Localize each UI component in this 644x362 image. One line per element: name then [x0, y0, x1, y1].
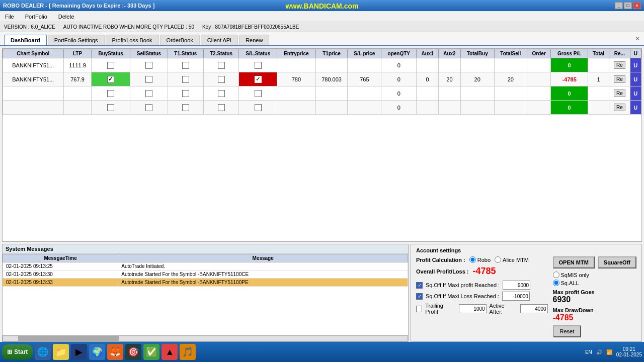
- table-row: BANKNIFTY51... 767.9 ✓ ✓ 780 780.003 765…: [3, 72, 641, 86]
- cell-checkbox: [130, 86, 168, 101]
- menu-file[interactable]: File: [2, 13, 17, 21]
- radio-sqmis-input[interactable]: [553, 272, 559, 278]
- open-mtm-button[interactable]: OPEN MTM: [553, 256, 595, 268]
- scrollbar-thumb[interactable]: [18, 336, 119, 341]
- menu-delete[interactable]: Delete: [55, 13, 77, 21]
- profit-calc-label: Profit Calculation :: [416, 257, 465, 263]
- checkbox[interactable]: [182, 90, 189, 97]
- cell-aux1: [417, 86, 439, 101]
- taskbar-firefox-icon[interactable]: 🦊: [107, 344, 123, 360]
- system-messages-scroll[interactable]: MessgaeTime Message 02-01-2025 09:13:25 …: [3, 254, 408, 335]
- tab-orderbook[interactable]: OrderBook: [160, 35, 200, 45]
- cell-u: U: [630, 58, 641, 72]
- cell-total-sell: 20: [494, 72, 527, 86]
- tab-close-button[interactable]: ✕: [635, 35, 640, 42]
- taskbar-app2-icon[interactable]: ✅: [143, 344, 159, 360]
- re-button[interactable]: Re: [614, 61, 625, 69]
- taskbar-chrome-icon[interactable]: 🌍: [89, 344, 105, 360]
- sl-checkbox[interactable]: [255, 62, 262, 69]
- cell-total-sell: [494, 58, 527, 72]
- restore-button[interactable]: □: [624, 2, 632, 9]
- tab-client-api[interactable]: Client API: [201, 35, 238, 45]
- taskbar: ⊞ Start 🌐 📁 ▶ 🌍 🦊 🎯 ✅ ▲ 🎵 EN 🔊 📶 09:21 0…: [0, 342, 644, 362]
- message-row: 02-01-2025 09:13:25 AutoTrade Initiated.: [3, 262, 408, 270]
- sl-checkbox[interactable]: [255, 90, 262, 97]
- sq-off-max-loss-input[interactable]: [502, 292, 530, 301]
- radio-sqall-input[interactable]: [553, 280, 559, 286]
- taskbar-folder-icon[interactable]: 📁: [53, 344, 69, 360]
- sq-off-max-loss-label: Sq.Off If Maxi Loss Reached :: [426, 293, 499, 299]
- menu-portfolio[interactable]: PortFolio: [22, 13, 50, 21]
- sq-off-max-profit-input[interactable]: [503, 281, 530, 290]
- active-after-input[interactable]: [520, 304, 548, 313]
- checkbox[interactable]: [218, 104, 225, 111]
- checkbox[interactable]: [218, 90, 225, 97]
- sl-checkbox[interactable]: [255, 104, 262, 111]
- tab-portfolio-settings[interactable]: PortFolio Settings: [48, 35, 105, 45]
- cell-sl-price: [348, 58, 381, 72]
- col-ltp: LTP: [63, 49, 92, 58]
- close-button[interactable]: ×: [633, 2, 641, 9]
- tab-dashboard[interactable]: DashBoard: [4, 35, 47, 45]
- radio-sqmis-only[interactable]: SqMIS only: [553, 272, 589, 278]
- radio-robo-input[interactable]: [469, 256, 476, 263]
- cell-open-qty: 0: [381, 86, 417, 101]
- checkbox[interactable]: [182, 76, 189, 83]
- horizontal-scrollbar[interactable]: [3, 335, 408, 341]
- checkbox[interactable]: [145, 62, 152, 69]
- cell-entry-price: [277, 86, 316, 101]
- start-button[interactable]: ⊞ Start: [2, 344, 33, 359]
- checkbox[interactable]: [107, 104, 114, 111]
- taskbar-app3-icon[interactable]: ▲: [162, 344, 178, 360]
- max-drawdown-value: -4785: [553, 313, 594, 322]
- cell-checkbox: [130, 101, 168, 115]
- re-button[interactable]: Re: [614, 89, 625, 97]
- col-gross-pl: Gross P/L: [551, 49, 588, 58]
- trailing-profit-input[interactable]: [459, 304, 487, 313]
- taskbar-app1-icon[interactable]: 🎯: [125, 344, 141, 360]
- cell-total: [588, 101, 609, 115]
- sl-checkbox[interactable]: ✓: [255, 76, 262, 83]
- taskbar-vlc-icon[interactable]: 🎵: [180, 344, 196, 360]
- checkbox[interactable]: [145, 76, 152, 83]
- checkbox[interactable]: ✓: [107, 76, 114, 83]
- checkbox[interactable]: [218, 76, 225, 83]
- cell-aux1: [417, 101, 439, 115]
- account-settings-panel: Account settings Profit Calculation : Ro…: [411, 244, 642, 342]
- taskbar-media-icon[interactable]: ▶: [71, 344, 87, 360]
- taskbar-ie-icon[interactable]: 🌐: [35, 344, 51, 360]
- checkbox[interactable]: [182, 62, 189, 69]
- radio-alice-mtm-input[interactable]: [495, 256, 501, 263]
- minimize-button[interactable]: _: [615, 2, 623, 9]
- square-off-button[interactable]: SquareOff: [598, 256, 636, 268]
- checkbox[interactable]: [107, 90, 114, 97]
- checkbox[interactable]: [107, 62, 114, 69]
- radio-robo[interactable]: Robo: [469, 256, 491, 263]
- tab-renew[interactable]: Renew: [239, 35, 269, 45]
- tab-profit-loss[interactable]: Profit/Loss Book: [106, 35, 159, 45]
- col-t2-status: T2.Status: [203, 49, 239, 58]
- checkbox[interactable]: [145, 104, 152, 111]
- col-t1-status: T1.Status: [168, 49, 203, 58]
- trailing-profit-checkbox[interactable]: [416, 306, 422, 312]
- reset-button[interactable]: Reset: [553, 325, 582, 337]
- taskbar-network-icon: 📶: [606, 349, 612, 355]
- cell-total-sell: [494, 86, 527, 101]
- checkbox[interactable]: [145, 90, 152, 97]
- radio-sqall[interactable]: Sq.ALL: [553, 280, 589, 286]
- re-button[interactable]: Re: [614, 75, 625, 83]
- sq-off-max-loss-checkbox[interactable]: ✓: [416, 293, 423, 300]
- cell-u: U: [630, 72, 641, 86]
- bottom-panel: System Messages MessgaeTime Message 02-0…: [2, 244, 642, 342]
- sq-off-max-profit-checkbox[interactable]: ✓: [416, 282, 423, 289]
- taskbar-audio-icon: 🔊: [596, 349, 602, 355]
- checkbox[interactable]: [218, 62, 225, 69]
- checkbox[interactable]: [182, 104, 189, 111]
- col-sell-status: SellStatus: [130, 49, 168, 58]
- cell-sl-price: 765: [348, 72, 381, 86]
- col-t1-price: T1price: [315, 49, 348, 58]
- radio-alice-mtm[interactable]: Alice MTM: [495, 256, 529, 263]
- re-button[interactable]: Re: [614, 104, 625, 111]
- cell-checkbox: [203, 58, 239, 72]
- max-drawdown-section: Max DrawDown -4785: [553, 307, 594, 322]
